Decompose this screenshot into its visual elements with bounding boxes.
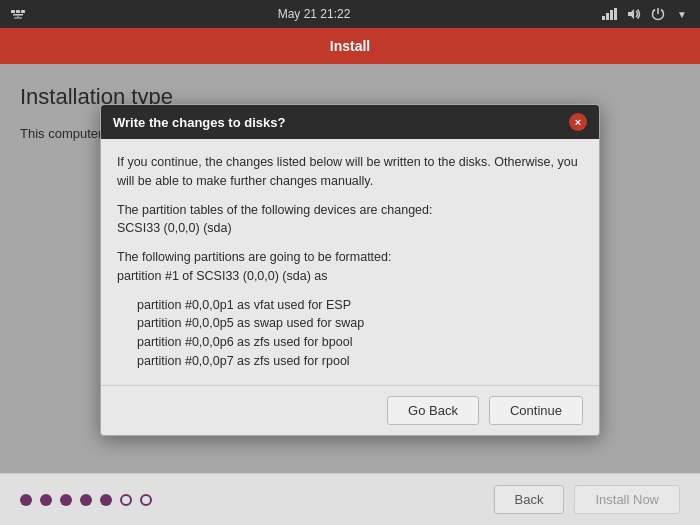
svg-rect-5 xyxy=(14,17,22,18)
svg-rect-2 xyxy=(21,10,25,13)
svg-rect-9 xyxy=(614,8,617,20)
svg-rect-0 xyxy=(11,10,15,13)
partition-item-1: partition #0,0,0p1 as vfat used for ESP xyxy=(137,296,583,315)
power-icon[interactable] xyxy=(650,6,666,22)
svg-rect-8 xyxy=(610,10,613,20)
dot-1 xyxy=(20,494,32,506)
top-bar-left xyxy=(10,5,26,24)
dot-4 xyxy=(80,494,92,506)
partition-item-3: partition #0,0,0p6 as zfs used for bpool xyxy=(137,333,583,352)
progress-dots xyxy=(20,494,152,506)
modal-partitions-label: The following partitions are going to be… xyxy=(117,248,583,286)
svg-rect-6 xyxy=(602,16,605,20)
modal-paragraph1: If you continue, the changes listed belo… xyxy=(117,153,583,191)
back-button[interactable]: Back xyxy=(494,485,565,514)
installer-window: Install Installation type This computer … xyxy=(0,28,700,525)
installer-title: Install xyxy=(330,38,370,54)
dot-2 xyxy=(40,494,52,506)
network-status-icon xyxy=(602,6,618,22)
dot-3 xyxy=(60,494,72,506)
bottom-buttons: Back Install Now xyxy=(494,485,680,514)
modal-close-button[interactable]: × xyxy=(569,113,587,131)
svg-rect-3 xyxy=(13,14,23,16)
modal-header: Write the changes to disks? × xyxy=(101,105,599,139)
partition-item-4: partition #0,0,0p7 as zfs used for rpool xyxy=(137,352,583,371)
installer-content: Installation type This computer currentl… xyxy=(0,64,700,473)
top-bar-right: ▼ xyxy=(602,6,690,22)
installer-bottom: Back Install Now xyxy=(0,473,700,525)
top-bar: May 21 21:22 ▼ xyxy=(0,0,700,28)
svg-rect-7 xyxy=(606,13,609,20)
chevron-down-icon[interactable]: ▼ xyxy=(674,6,690,22)
network-icon xyxy=(10,5,26,21)
installer-titlebar: Install xyxy=(0,28,700,64)
dot-6 xyxy=(120,494,132,506)
modal-devices-label: The partition tables of the following de… xyxy=(117,201,583,239)
svg-rect-1 xyxy=(16,10,20,13)
datetime-display: May 21 21:22 xyxy=(278,7,351,21)
svg-marker-10 xyxy=(628,9,634,19)
continue-button[interactable]: Continue xyxy=(489,396,583,425)
modal-footer: Go Back Continue xyxy=(101,385,599,435)
modal-body: If you continue, the changes listed belo… xyxy=(101,139,599,385)
modal-overlay: Write the changes to disks? × If you con… xyxy=(0,64,700,473)
datetime-text: May 21 21:22 xyxy=(278,7,351,21)
modal-partition-list: partition #0,0,0p1 as vfat used for ESP … xyxy=(137,296,583,371)
dot-5 xyxy=(100,494,112,506)
dialog-write-changes: Write the changes to disks? × If you con… xyxy=(100,104,600,436)
dot-7 xyxy=(140,494,152,506)
modal-title: Write the changes to disks? xyxy=(113,115,285,130)
volume-icon[interactable] xyxy=(626,6,642,22)
install-now-button[interactable]: Install Now xyxy=(574,485,680,514)
partition-item-2: partition #0,0,0p5 as swap used for swap xyxy=(137,314,583,333)
svg-rect-4 xyxy=(18,15,19,17)
go-back-button[interactable]: Go Back xyxy=(387,396,479,425)
